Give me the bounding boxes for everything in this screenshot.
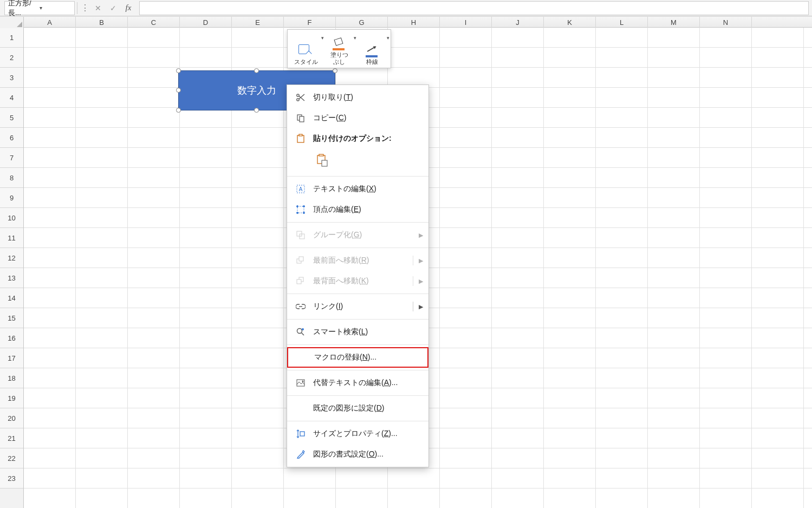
formula-input[interactable] <box>139 1 809 15</box>
menu-paste-options-header: 貼り付けのオプション: <box>287 128 428 149</box>
row-header[interactable]: 19 <box>0 388 23 408</box>
menu-label: リンク(I) <box>313 302 343 311</box>
edit-points-icon <box>294 204 308 215</box>
row-header[interactable]: 1 <box>0 28 23 48</box>
column-header[interactable]: D <box>180 17 232 28</box>
shape-fill-button[interactable]: 塗りつ ぶし ▾ <box>323 32 356 66</box>
column-header[interactable]: G <box>336 17 388 28</box>
row-header[interactable]: 6 <box>0 128 23 148</box>
menu-edit-alt-text[interactable]: 代替テキストの編集(A)... <box>287 373 428 393</box>
row-header[interactable]: 3 <box>0 68 23 88</box>
select-all-corner[interactable] <box>0 17 24 28</box>
resize-handle-icon[interactable] <box>176 108 181 113</box>
column-header[interactable]: L <box>596 17 648 28</box>
name-box[interactable]: 正方形/長... ▾ <box>4 1 75 15</box>
resize-handle-icon[interactable] <box>254 108 259 113</box>
cancel-edit-button[interactable]: ✕ <box>90 1 106 15</box>
column-header[interactable]: H <box>388 17 440 28</box>
menu-edit-text[interactable]: A テキストの編集(X) <box>287 179 428 199</box>
row-header[interactable]: 7 <box>0 148 23 168</box>
row-header[interactable]: 18 <box>0 368 23 388</box>
row-header[interactable]: 21 <box>0 428 23 448</box>
shape-text: 数字入力 <box>237 84 276 97</box>
insert-function-button[interactable]: fx <box>121 1 136 15</box>
name-box-dropdown-icon[interactable]: ▾ <box>40 5 71 11</box>
clipboard-icon <box>294 133 308 144</box>
row-header[interactable]: 22 <box>0 448 23 468</box>
column-header[interactable]: F <box>284 17 336 28</box>
row-header[interactable]: 11 <box>0 228 23 248</box>
menu-link[interactable]: リンク(I) ▶ <box>287 296 428 317</box>
menu-size-properties[interactable]: サイズとプロパティ(Z)... <box>287 424 428 444</box>
svg-point-22 <box>297 329 302 334</box>
column-header[interactable]: N <box>700 17 752 28</box>
shape-style-button[interactable]: スタイル ▾ <box>290 32 323 66</box>
confirm-edit-button[interactable]: ✓ <box>106 1 121 15</box>
row-header[interactable]: 5 <box>0 108 23 128</box>
menu-separator <box>287 370 428 370</box>
size-properties-icon <box>294 428 308 439</box>
column-header[interactable]: J <box>492 17 544 28</box>
column-header[interactable]: M <box>648 17 700 28</box>
menu-label: 図形の書式設定(O)... <box>313 450 384 459</box>
pen-border-icon <box>365 44 380 57</box>
row-header[interactable]: 10 <box>0 208 23 228</box>
svg-point-14 <box>297 212 298 214</box>
formula-bar-handle-icon[interactable]: ⋮ <box>80 4 90 12</box>
column-header[interactable]: B <box>76 17 128 28</box>
row-header[interactable]: 14 <box>0 288 23 308</box>
svg-rect-19 <box>299 257 303 261</box>
chevron-down-icon[interactable]: ▾ <box>387 35 389 41</box>
row-header[interactable]: 17 <box>0 348 23 368</box>
column-header[interactable]: E <box>232 17 284 28</box>
row-header[interactable]: 15 <box>0 308 23 328</box>
column-header[interactable]: I <box>440 17 492 28</box>
row-header[interactable]: 8 <box>0 168 23 188</box>
send-back-icon <box>294 276 308 286</box>
menu-smart-lookup[interactable]: スマート検索(L) <box>287 322 428 342</box>
menu-label: マクロの登録(N)... <box>314 353 376 362</box>
svg-point-13 <box>303 206 305 207</box>
svg-point-12 <box>297 206 298 207</box>
group-icon <box>294 230 308 240</box>
submenu-arrow-icon: ▶ <box>419 278 423 285</box>
row-header[interactable]: 9 <box>0 188 23 208</box>
menu-separator <box>287 421 428 421</box>
menu-edit-points[interactable]: 頂点の編集(E) <box>287 199 428 220</box>
blank-icon <box>294 403 308 414</box>
menu-label: 既定の図形に設定(D) <box>313 403 384 413</box>
row-header[interactable]: 12 <box>0 248 23 268</box>
row-header[interactable]: 16 <box>0 328 23 348</box>
menu-cut[interactable]: 切り取り(T) <box>287 87 428 108</box>
shape-outline-label: 枠線 <box>366 58 378 66</box>
menu-separator <box>287 222 428 223</box>
menu-separator <box>287 395 428 396</box>
resize-handle-icon[interactable] <box>176 88 181 93</box>
submenu-arrow-icon: ▶ <box>419 257 423 264</box>
paste-options-row <box>287 149 428 174</box>
shape-outline-button[interactable]: 枠線 ▾ <box>355 32 388 66</box>
row-header[interactable]: 4 <box>0 88 23 108</box>
column-header[interactable]: A <box>24 17 76 28</box>
link-icon <box>294 301 308 312</box>
menu-label: コピー(C) <box>313 113 346 123</box>
menu-copy[interactable]: コピー(C) <box>287 108 428 128</box>
menu-label: 最前面へ移動(R) <box>313 256 369 265</box>
row-header[interactable]: 23 <box>0 468 23 489</box>
menu-set-default-shape[interactable]: 既定の図形に設定(D) <box>287 398 428 419</box>
menu-format-shape[interactable]: 図形の書式設定(O)... <box>287 444 428 465</box>
menu-assign-macro[interactable]: マクロの登録(N)... <box>288 348 427 367</box>
row-header[interactable]: 13 <box>0 268 23 288</box>
resize-handle-icon[interactable] <box>254 68 259 73</box>
menu-label: 最背面へ移動(K) <box>313 276 369 286</box>
column-header[interactable]: K <box>544 17 596 28</box>
row-header[interactable]: 20 <box>0 408 23 428</box>
menu-send-to-back: 最背面へ移動(K) ▶ <box>287 271 428 291</box>
resize-handle-icon[interactable] <box>333 68 337 73</box>
paste-option-default[interactable] <box>313 151 332 170</box>
resize-handle-icon[interactable] <box>176 68 181 73</box>
menu-separator <box>287 319 428 320</box>
column-header[interactable]: C <box>128 17 180 28</box>
menu-separator <box>287 176 428 177</box>
row-header[interactable]: 2 <box>0 48 23 68</box>
